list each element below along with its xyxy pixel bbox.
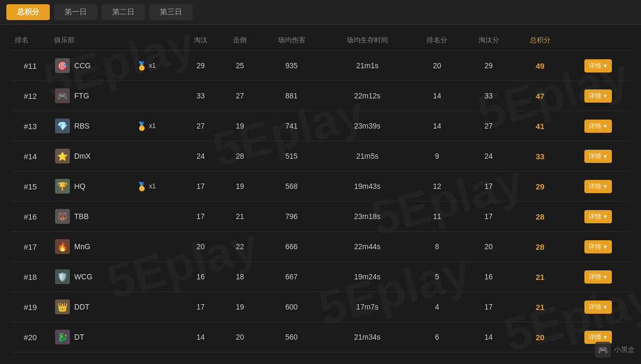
cell-avg-damage: 741 [259, 111, 323, 141]
detail-button[interactable]: 详情 ▼ [584, 301, 612, 314]
medal-icon: 🥇 [137, 121, 147, 131]
cell-club: 🎮 FTG [50, 81, 132, 111]
medal-count: x1 [149, 122, 156, 130]
cell-action[interactable]: 详情 ▼ [566, 171, 630, 202]
cell-avg-survival: 22m44s [323, 232, 411, 262]
tab-day2[interactable]: 第二日 [102, 4, 145, 20]
cell-avg-survival: 21m34s [323, 322, 411, 352]
detail-label: 详情 [589, 122, 601, 131]
cell-avg-survival: 19m24s [323, 262, 411, 292]
table-row: #18 🛡️ WCG 16 18 667 19m24s 5 16 21 详情 ▼ [11, 262, 630, 292]
cell-avg-damage: 881 [259, 81, 323, 111]
cell-kills: 28 [220, 141, 259, 171]
header-elim-points: 淘汰分 [463, 30, 514, 51]
detail-button[interactable]: 详情 ▼ [584, 210, 612, 223]
club-icon: 🐉 [55, 330, 70, 344]
cell-kills: 19 [220, 292, 259, 322]
tab-day3[interactable]: 第三日 [149, 4, 193, 20]
cell-elim-points: 33 [463, 81, 514, 111]
cell-club: ⭐ DmX [50, 141, 132, 171]
medal-count: x1 [149, 183, 156, 190]
cell-eliminations: 16 [181, 262, 220, 292]
detail-button[interactable]: 详情 ▼ [584, 180, 612, 193]
cell-total: 47 [514, 81, 566, 111]
cell-elim-points: 29 [463, 51, 514, 81]
table-row: #16 🐻 TBB 17 21 796 23m18s 11 17 28 详情 ▼ [11, 202, 630, 232]
club-name: DDT [74, 303, 89, 311]
club-name: RBS [74, 122, 89, 130]
club-icon: 🏆 [55, 179, 70, 194]
header-avg-survival: 场均生存时间 [323, 30, 411, 51]
cell-medal [132, 81, 180, 111]
table-row: #14 ⭐ DmX 24 28 515 21m5s 9 24 33 详情 ▼ [11, 141, 630, 171]
table-row: #15 🏆 HQ 🥇 x1 17 19 568 19m43s 12 17 29 … [11, 171, 630, 202]
cell-avg-damage: 568 [259, 171, 323, 202]
cell-action[interactable]: 详情 ▼ [566, 202, 630, 232]
detail-button[interactable]: 详情 ▼ [584, 240, 612, 253]
header-avg-damage: 场均伤害 [259, 30, 323, 51]
detail-button[interactable]: 详情 ▼ [584, 120, 612, 133]
cell-total: 41 [514, 111, 566, 141]
table-row: #11 🎯 CCG 🥇 x1 29 25 935 21m1s 20 29 49 … [11, 51, 630, 81]
detail-button[interactable]: 详情 ▼ [584, 59, 612, 72]
cell-eliminations: 17 [181, 202, 220, 232]
cell-rank-points: 20 [411, 51, 463, 81]
club-icon: 🔥 [55, 239, 70, 254]
cell-action[interactable]: 详情 ▼ [566, 292, 630, 322]
cell-elim-points: 16 [463, 262, 514, 292]
chevron-down-icon: ▼ [603, 153, 608, 159]
cell-rank-points: 9 [411, 141, 463, 171]
cell-medal: 🥇 x1 [132, 51, 180, 81]
cell-medal: 🥇 x1 [132, 171, 180, 202]
cell-avg-damage: 935 [259, 51, 323, 81]
cell-rank: #16 [11, 202, 50, 232]
detail-button[interactable]: 详情 ▼ [584, 150, 612, 163]
cell-club: 🎯 CCG [50, 51, 132, 81]
detail-label: 详情 [589, 152, 601, 161]
detail-button[interactable]: 详情 ▼ [584, 89, 612, 103]
club-name: DmX [74, 152, 91, 160]
cell-rank-points: 6 [411, 322, 463, 352]
cell-action[interactable]: 详情 ▼ [566, 232, 630, 262]
cell-avg-damage: 666 [259, 232, 323, 262]
cell-action[interactable]: 详情 ▼ [566, 141, 630, 171]
chevron-down-icon: ▼ [603, 274, 608, 280]
cell-rank-points: 14 [411, 81, 463, 111]
table-row: #19 👑 DDT 17 19 600 17m7s 4 17 21 详情 ▼ [11, 292, 630, 322]
cell-medal: 🥇 x1 [132, 111, 180, 141]
chevron-down-icon: ▼ [603, 214, 608, 220]
cell-action[interactable]: 详情 ▼ [566, 51, 630, 81]
cell-avg-survival: 23m18s [323, 202, 411, 232]
cell-avg-survival: 17m7s [323, 292, 411, 322]
club-name: DT [74, 333, 84, 341]
scores-table: 排名 俱乐部 淘汰 击倒 场均伤害 场均生存时间 排名分 淘汰分 总积分 #11… [11, 30, 630, 352]
cell-action[interactable]: 详情 ▼ [566, 111, 630, 141]
cell-eliminations: 27 [181, 111, 220, 141]
cell-rank: #13 [11, 111, 50, 141]
cell-rank: #14 [11, 141, 50, 171]
cell-kills: 27 [220, 81, 259, 111]
cell-avg-survival: 19m43s [323, 171, 411, 202]
cell-rank: #20 [11, 322, 50, 352]
main-content: 5Eplay 5Eplay 5Eplay 5Eplay 5Eplay 5Epla… [0, 25, 641, 358]
detail-label: 详情 [589, 333, 601, 342]
cell-action[interactable]: 详情 ▼ [566, 262, 630, 292]
chevron-down-icon: ▼ [603, 184, 608, 189]
detail-label: 详情 [589, 61, 601, 70]
cell-action[interactable]: 详情 ▼ [566, 81, 630, 111]
cell-eliminations: 14 [181, 322, 220, 352]
cell-rank: #12 [11, 81, 50, 111]
detail-button[interactable]: 详情 ▼ [584, 270, 612, 284]
header-elim: 淘汰 [181, 30, 220, 51]
club-icon: 💎 [55, 119, 70, 133]
cell-total: 33 [514, 141, 566, 171]
cell-rank-points: 14 [411, 111, 463, 141]
tab-total[interactable]: 总积分 [6, 4, 50, 20]
cell-eliminations: 20 [181, 232, 220, 262]
cell-rank-points: 11 [411, 202, 463, 232]
table-row: #13 💎 RBS 🥇 x1 27 19 741 23m39s 14 27 41… [11, 111, 630, 141]
cell-rank: #11 [11, 51, 50, 81]
cell-club: 👑 DDT [50, 292, 132, 322]
cell-eliminations: 17 [181, 171, 220, 202]
tab-day1[interactable]: 第一日 [54, 4, 97, 20]
